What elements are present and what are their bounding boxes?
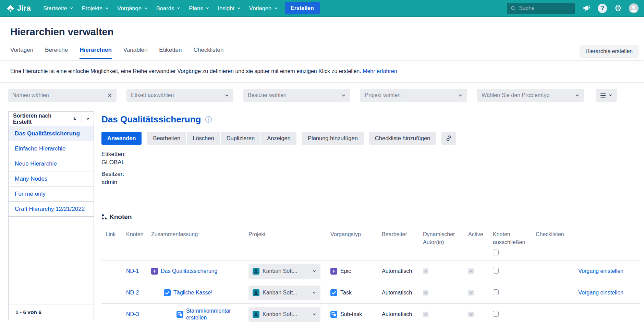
editor-value: Automatisch [382, 268, 423, 274]
add-checklist-button[interactable]: Checkliste hinzufügen [369, 132, 436, 145]
nav-item-plans[interactable]: Plans [185, 3, 214, 14]
issuetype-filter-select[interactable]: Wählen Sie den Problemtyp [477, 89, 584, 102]
sort-menu-chevron-icon[interactable] [86, 117, 90, 121]
project-select[interactable]: Kanban Soft... [248, 286, 320, 300]
filter-bar: Etikett auswählen Besitzer wählen Projek… [0, 83, 644, 102]
column-header-knoten-ausschliessen: Knoten ausschließen [493, 230, 536, 255]
chevron-down-icon [237, 6, 241, 10]
hierarchy-title: Das Qualitätssicherung [101, 114, 201, 125]
sort-header[interactable]: Sortieren nach Erstellt [9, 112, 94, 126]
chevron-down-icon [205, 6, 209, 10]
list-item-for-me-only[interactable]: For me only [9, 186, 94, 202]
learn-more-link[interactable]: Mehr erfahren [363, 68, 397, 74]
link-icon [446, 135, 452, 142]
tab-vorlagen[interactable]: Vorlagen [10, 47, 33, 59]
copy-link-button[interactable] [441, 132, 456, 145]
node-key-link[interactable]: ND-3 [126, 311, 151, 317]
chevron-down-icon [458, 93, 463, 98]
chevron-down-icon [105, 6, 109, 10]
node-key-link[interactable]: ND-2 [126, 290, 151, 296]
global-search[interactable] [507, 3, 575, 14]
nav-item-startseite[interactable]: Startseite [39, 3, 78, 14]
list-item-many-nodes[interactable]: Many Nodes [9, 171, 94, 186]
active-checkbox [468, 290, 474, 295]
project-select[interactable]: Kanban Soft... [248, 264, 320, 279]
sort-label: Sortieren nach Erstellt [13, 113, 70, 125]
apply-button[interactable]: Anwenden [101, 132, 142, 145]
owner-label: Besitzer: [101, 170, 640, 178]
table-row: ND-1 Das Qualitätssicherung Kanban Soft.… [101, 261, 640, 282]
user-avatar[interactable] [629, 3, 639, 13]
table-row: ND-2 Tägliche Kasse! Kanban Soft... Task [101, 282, 640, 304]
tab-hierarchien[interactable]: Hierarchien [80, 47, 112, 59]
create-issue-button[interactable]: Erstellen [285, 2, 320, 14]
clear-icon[interactable] [107, 93, 112, 98]
settings-gear-icon[interactable]: ⚙ [614, 4, 622, 12]
column-header-knoten: Knoten [126, 230, 151, 238]
nav-item-vorgaenge[interactable]: Vorgänge [113, 3, 152, 14]
node-summary-link[interactable]: Tägliche Kasse! [173, 290, 212, 296]
chevron-down-icon [177, 6, 181, 10]
search-input[interactable] [519, 5, 571, 11]
set-issue-link[interactable]: Vorgang einstellen [578, 268, 623, 274]
duplicate-button[interactable]: Duplizieren [221, 132, 261, 145]
chevron-down-icon [575, 93, 580, 98]
chevron-down-icon [312, 312, 316, 316]
show-button[interactable]: Anzeigen [261, 132, 296, 145]
project-select[interactable]: Kanban Soft... [248, 307, 320, 322]
project-avatar [253, 268, 259, 275]
announcements-icon[interactable] [582, 4, 591, 13]
divider [82, 116, 82, 122]
sort-direction-icon[interactable] [72, 116, 77, 121]
label-filter-select[interactable]: Etikett auswählen [126, 89, 233, 102]
name-filter-input[interactable] [12, 92, 105, 98]
chevron-down-icon [70, 6, 74, 10]
project-filter-select[interactable]: Projekt wählen [360, 89, 467, 102]
issuetype-label: Epic [340, 268, 351, 274]
labels-value: GLOBAL [101, 158, 640, 167]
project-avatar [253, 289, 259, 296]
tab-etiketten[interactable]: Etiketten [159, 47, 182, 59]
jira-logo[interactable]: Jira [6, 4, 31, 13]
info-icon[interactable] [205, 116, 212, 123]
nav-item-projekte[interactable]: Projekte [78, 3, 113, 14]
editor-value: Automatisch [382, 311, 423, 317]
active-checkbox [468, 268, 474, 274]
column-header-projekt: Projekt [248, 230, 330, 238]
help-icon[interactable]: ? [598, 4, 607, 13]
list-item-das-qualitaetssicherung[interactable]: Das Qualitätssicherung [9, 126, 94, 141]
exclude-node-checkbox[interactable] [493, 289, 499, 295]
column-header-link: Link [106, 230, 126, 238]
chevron-down-icon [312, 291, 316, 295]
chevron-down-icon [608, 93, 612, 97]
epic-icon [330, 268, 337, 275]
node-summary-link[interactable]: Stammkommentar erstellen [186, 307, 231, 321]
nav-item-boards[interactable]: Boards [152, 3, 185, 14]
dynamic-author-checkbox [423, 268, 428, 274]
dynamic-author-checkbox [423, 312, 428, 317]
chevron-down-icon [341, 93, 346, 98]
set-issue-link[interactable]: Vorgang einstellen [578, 290, 623, 296]
list-item-einfache-hierarchie[interactable]: Einfache Hierarchie [9, 141, 94, 156]
node-summary-link[interactable]: Das Qualitätssicherung [161, 268, 217, 274]
nav-item-insight[interactable]: Insight [214, 3, 245, 14]
tab-bereiche[interactable]: Bereiche [45, 47, 68, 59]
column-header-active: Active [468, 230, 493, 238]
owner-filter-select[interactable]: Besitzer wählen [243, 89, 350, 102]
name-filter[interactable] [8, 89, 117, 102]
node-key-link[interactable]: ND-1 [126, 268, 151, 274]
add-plan-button[interactable]: Planung hinzufügen [302, 132, 364, 145]
exclude-all-checkbox[interactable] [493, 250, 499, 255]
exclude-node-checkbox[interactable] [493, 268, 499, 274]
list-item-craft-hierarchy[interactable]: Craft Hierarchy 12/21/2022 [9, 202, 94, 217]
delete-button[interactable]: Löschen [187, 132, 220, 145]
nav-item-vorlagen[interactable]: Vorlagen [245, 3, 282, 14]
tab-variablen[interactable]: Variablen [123, 47, 148, 59]
tab-checklisten[interactable]: Checklisten [194, 47, 224, 59]
create-hierarchy-button[interactable]: Hierarchie erstellen [580, 45, 639, 58]
view-options-button[interactable] [596, 89, 617, 102]
column-header-zusammenfassung: Zusammenfassung [151, 230, 248, 238]
exclude-node-checkbox[interactable] [493, 311, 499, 317]
list-item-neue-hierarchie[interactable]: Neue Hierarchie [9, 156, 94, 171]
edit-button[interactable]: Bearbeiten [147, 132, 186, 145]
